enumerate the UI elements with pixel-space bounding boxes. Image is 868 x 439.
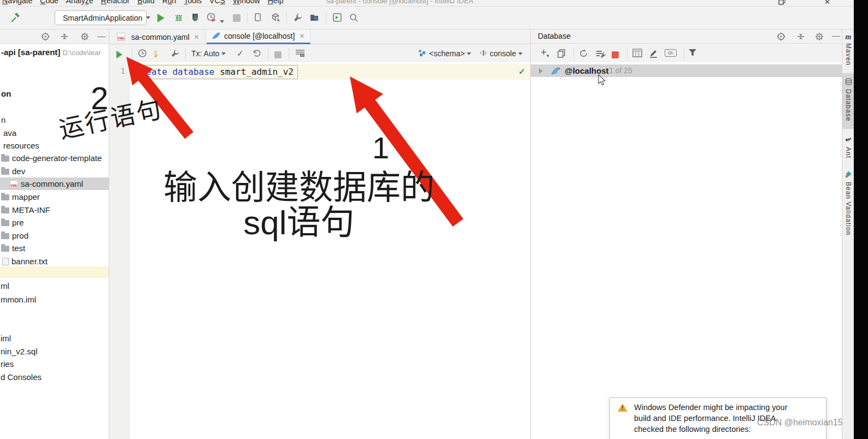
search-icon[interactable] — [349, 13, 359, 23]
run-button[interactable] — [157, 13, 165, 23]
window-title: sa-parent - console [@localhost] - Intel… — [326, 0, 473, 5]
tree-item[interactable]: nin_v2.sql — [1, 345, 38, 358]
execute-button[interactable] — [116, 49, 122, 59]
tree-item-folder[interactable]: code-generator-template — [1, 152, 102, 164]
tree-item[interactable]: mmon.iml — [1, 293, 36, 306]
run-anything-icon[interactable] — [332, 13, 342, 23]
tree-item-folder[interactable]: prod — [1, 229, 28, 242]
editor-tab-bar: YML sa-common.yaml ✕ console [@localhost… — [109, 29, 530, 44]
tx-mode-select[interactable]: Tx: Auto — [191, 49, 226, 58]
stripe-ant-label: Ant — [844, 147, 852, 158]
mouse-cursor — [598, 74, 607, 86]
duplicate-icon[interactable] — [557, 49, 566, 60]
screen-black-band — [854, 0, 868, 439]
stripe-database-button[interactable]: Database — [842, 78, 854, 121]
history-clock-icon[interactable] — [138, 49, 147, 60]
settings-gear-icon[interactable] — [80, 32, 89, 43]
project-structure-icon[interactable] — [309, 13, 319, 23]
wrench-icon[interactable] — [293, 13, 303, 23]
profiler-icon[interactable] — [207, 13, 218, 23]
datasource-row-localhost[interactable]: @localhost 1 of 25 — [531, 64, 842, 77]
menu-window[interactable]: Window — [233, 0, 260, 5]
menu-help[interactable]: Help — [268, 0, 284, 5]
expand-arrow-icon[interactable] — [539, 68, 543, 74]
tree-item[interactable]: ml — [1, 280, 9, 292]
query-console-icon[interactable]: QL — [665, 49, 677, 57]
stripe-ant-button[interactable]: Ant — [842, 135, 854, 158]
yellow-row-highlight — [0, 266, 109, 278]
tree-item[interactable]: d Consoles — [1, 371, 42, 383]
tree-item-file[interactable]: banner.txt — [2, 255, 48, 268]
console-select[interactable]: console — [490, 49, 523, 58]
editor-gutter: 1 — [109, 62, 130, 439]
project-root-row[interactable]: -api [sa-parent] D:\code\lear — [1, 46, 101, 58]
sync-settings-icon[interactable] — [595, 49, 606, 61]
folder-icon — [1, 246, 9, 252]
console-settings-wrench-icon[interactable] — [171, 49, 180, 60]
sql-identifier: smart_admin_v2 — [215, 67, 294, 77]
tab-console-localhost[interactable]: console [@localhost] ✕ — [207, 29, 310, 44]
tree-item-folder[interactable]: mapper — [1, 191, 40, 203]
stop-connection-button[interactable] — [612, 50, 619, 60]
tree-item[interactable]: ries — [1, 358, 14, 370]
menu-code[interactable]: Code — [40, 0, 58, 5]
debug-bug-icon[interactable] — [174, 13, 184, 23]
stripe-bean-validation-button[interactable]: Bean Validation — [842, 170, 854, 235]
update-app-icon — [254, 13, 263, 23]
tree-item[interactable]: n — [1, 114, 5, 126]
stripe-maven-button[interactable]: m Maven — [842, 33, 854, 66]
schema-select[interactable]: <schema> — [429, 49, 471, 58]
tree-item-folder[interactable]: pre — [1, 216, 24, 229]
parameters-icon[interactable]: P — [154, 49, 157, 58]
tree-item-folder[interactable]: META-INF — [1, 204, 50, 216]
warning-icon — [618, 404, 627, 412]
close-window-icon[interactable]: ✕ — [824, 0, 830, 6]
table-data-icon[interactable] — [632, 49, 642, 60]
maven-logo-icon: m — [842, 33, 854, 41]
profiler-chevron-icon[interactable] — [220, 15, 224, 26]
add-datasource-button[interactable]: +▾ — [541, 46, 549, 58]
tab-sa-common-yaml[interactable]: YML sa-common.yaml ✕ — [112, 29, 206, 44]
menu-vcs[interactable]: VCS — [209, 0, 225, 5]
run-configuration-select[interactable]: SmartAdminApplication — [55, 10, 146, 25]
restore-window-icon[interactable] — [778, 0, 786, 7]
menu-build[interactable]: Build — [138, 0, 155, 5]
menu-run[interactable]: Run — [162, 0, 177, 5]
refresh-icon[interactable] — [579, 49, 589, 61]
menu-navigate[interactable]: Navigate — [2, 0, 32, 5]
menu-tools[interactable]: Tools — [184, 0, 202, 5]
database-tree: @localhost 1 of 25 — [530, 62, 842, 439]
notification-text: checked the following directories: — [634, 425, 751, 434]
settings-gear-icon[interactable] — [815, 32, 824, 43]
close-tab-icon[interactable]: ✕ — [299, 32, 304, 40]
tree-item-folder[interactable]: test — [1, 242, 25, 254]
locate-icon[interactable] — [41, 32, 50, 43]
line-number: 1 — [121, 67, 125, 75]
sql-statement[interactable]: create database smart_admin_v2 — [131, 65, 298, 79]
menu-analyze[interactable]: Analyze — [66, 0, 93, 5]
close-tab-icon[interactable]: ✕ — [194, 33, 200, 41]
hide-panel-icon[interactable]: — — [832, 31, 840, 40]
output-list-icon[interactable] — [295, 49, 305, 60]
database-toolbar: +▾ QL — [530, 44, 842, 62]
sql-editor[interactable]: 1 create database smart_admin_v2 ✓ — [109, 62, 530, 439]
menu-refactor[interactable]: Refactor — [101, 0, 130, 5]
tree-item[interactable]: on — [1, 87, 11, 100]
locate-icon[interactable] — [777, 32, 785, 43]
run-with-coverage-icon[interactable] — [190, 13, 200, 23]
notification-text: Windows Defender might be impacting your — [634, 403, 787, 412]
tree-item[interactable]: ava — [3, 127, 16, 139]
hide-panel-icon[interactable]: — — [97, 31, 105, 40]
collapse-all-icon[interactable] — [796, 32, 805, 43]
build-hammer-icon[interactable] — [10, 13, 22, 23]
database-stack-icon — [845, 78, 852, 85]
tree-item-folder[interactable]: dev — [1, 165, 25, 177]
edit-pencil-icon[interactable] — [649, 49, 658, 60]
tree-item[interactable]: iml — [1, 332, 11, 345]
collapse-all-icon[interactable] — [60, 32, 69, 43]
tab-label: sa-common.yaml — [131, 33, 190, 41]
tree-item[interactable]: resources — [3, 139, 39, 152]
yaml-file-icon: YML — [10, 180, 18, 188]
filter-funnel-icon[interactable] — [688, 49, 697, 59]
tree-item-selected[interactable]: YMLsa-common.yaml — [10, 177, 83, 190]
